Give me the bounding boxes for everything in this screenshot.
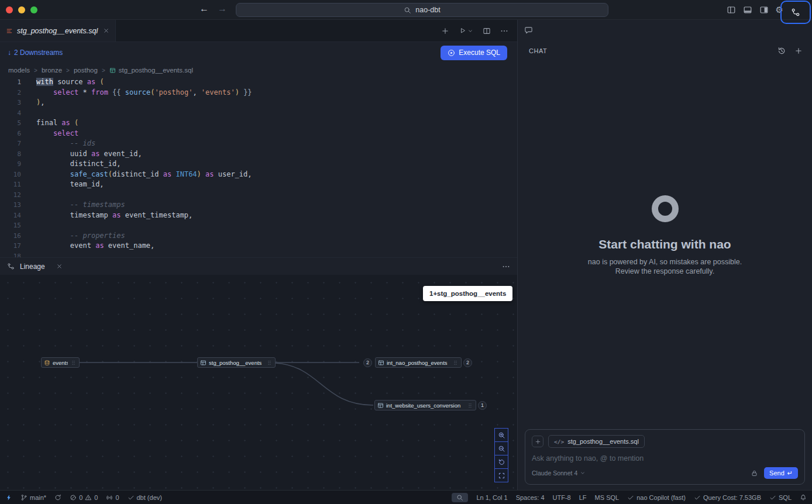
code-editor[interactable]: 1with source as (2 select * from {{ sour… [0, 77, 517, 257]
drag-handle-icon[interactable] [467, 402, 473, 409]
status-problems[interactable]: 00 [70, 494, 98, 501]
chat-input[interactable]: Ask anything to nao, @ to mention [532, 454, 798, 462]
model-file-icon [109, 67, 116, 74]
drag-handle-icon[interactable] [266, 360, 273, 366]
count-badge-int-nao-posthog-events-left[interactable]: 2 [363, 358, 372, 367]
toggle-secondary-sidebar-icon[interactable] [759, 5, 769, 15]
toggle-panel-icon[interactable] [743, 5, 752, 15]
window-zoom-button[interactable] [30, 6, 37, 13]
zoom-out-button[interactable] [494, 441, 508, 455]
count-badge-int-website-users-conversion-right[interactable]: 1 [478, 401, 487, 410]
status-encoding[interactable]: UTF-8 [553, 494, 571, 501]
reset-zoom-button[interactable] [494, 455, 508, 469]
editor-more-actions-icon[interactable] [500, 27, 508, 35]
run-query-icon[interactable] [459, 27, 473, 34]
status-git-branch[interactable]: main* [20, 494, 46, 501]
zoom-in-button[interactable] [494, 428, 508, 442]
status-eol[interactable]: LF [579, 494, 587, 501]
line-number: 13 [0, 200, 21, 210]
code-line: 10 safe_cast(distinct_id as INT64) as us… [0, 170, 517, 180]
status-notifications[interactable] [800, 494, 807, 501]
lineage-more-actions-icon[interactable] [502, 263, 510, 271]
new-tab-icon[interactable] [441, 27, 449, 35]
return-key-icon: ↵ [787, 470, 793, 477]
status-remote[interactable] [5, 494, 12, 501]
breadcrumb-item-bronze[interactable]: bronze [42, 67, 62, 74]
status-nao-copilot-label: nao Copilot (fast) [636, 494, 686, 501]
new-chat-icon[interactable] [794, 47, 803, 55]
toggle-primary-sidebar-icon[interactable] [727, 5, 736, 15]
code-line: 2 select * from {{ source('posthog', 'ev… [0, 88, 517, 98]
execute-sql-button[interactable]: Execute SQL [441, 46, 507, 60]
lineage-toggle-highlight[interactable] [780, 1, 811, 24]
chat-input-box[interactable]: </> stg_posthog__events.sql Ask anything… [525, 429, 805, 485]
status-cursor-position[interactable]: Ln 1, Col 1 [476, 494, 507, 501]
chat-bubble-icon[interactable] [524, 26, 533, 34]
context-chip[interactable]: </> stg_posthog__events.sql [548, 435, 645, 448]
code-line: 18 [0, 251, 517, 258]
status-git-branch-label: main* [30, 494, 46, 501]
status-language-mode[interactable]: MS SQL [595, 494, 620, 501]
lineage-canvas[interactable]: eventsstg_posthog__eventsint_nao_posthog… [0, 275, 517, 490]
line-number: 1 [0, 77, 21, 88]
send-button[interactable]: Send ↵ [764, 467, 798, 479]
drag-handle-icon[interactable] [70, 360, 77, 366]
table-icon [200, 360, 207, 366]
titlebar-actions: ⚙ [727, 5, 783, 15]
lineage-node-events[interactable]: events [41, 357, 80, 368]
history-back-button[interactable]: ← [199, 4, 209, 14]
fit-view-button[interactable] [494, 468, 508, 482]
tab-close-icon[interactable] [103, 27, 109, 34]
lineage-close-icon[interactable] [56, 263, 63, 270]
status-indentation[interactable]: Spaces: 4 [516, 494, 545, 501]
count-badge-int-nao-posthog-events-right[interactable]: 2 [463, 358, 472, 367]
history-forward-button[interactable]: → [218, 4, 227, 14]
chat-tab-label[interactable]: CHAT [529, 47, 547, 54]
dbt-file-icon [6, 27, 13, 34]
code-line: 15 [0, 220, 517, 231]
command-center-search[interactable]: nao-dbt [236, 3, 608, 17]
window-close-button[interactable] [6, 6, 13, 13]
window-minimize-button[interactable] [18, 6, 25, 13]
add-context-button[interactable] [532, 436, 543, 447]
lineage-panel-title: Lineage [20, 263, 45, 271]
line-text: final as ( [21, 118, 78, 129]
breadcrumb-item-models[interactable]: models [8, 67, 30, 74]
status-dbt-env[interactable]: dbt (dev) [128, 494, 162, 501]
status-sql[interactable]: SQL [769, 494, 792, 501]
window-controls [6, 6, 37, 13]
status-nao-copilot[interactable]: nao Copilot (fast) [627, 494, 686, 501]
breadcrumb-item-file[interactable]: stg_posthog__events.sql [109, 67, 193, 74]
line-number: 15 [0, 220, 21, 231]
downstreams-link[interactable]: ↓ 2 Downstreams [8, 49, 63, 57]
status-problems-label: 0 [94, 494, 98, 501]
statusbar: main*000dbt (dev) Ln 1, Col 1Spaces: 4UT… [0, 490, 812, 504]
tab-stg-posthog-events[interactable]: stg_posthog__events.sql [0, 20, 116, 42]
lock-icon[interactable] [751, 470, 758, 477]
split-editor-icon[interactable] [483, 27, 491, 35]
chat-header-actions [777, 47, 803, 55]
play-circle-icon [448, 49, 455, 57]
db-icon [44, 360, 50, 366]
chat-history-icon[interactable] [777, 47, 786, 55]
status-ports[interactable]: 0 [106, 494, 119, 501]
status-search[interactable] [452, 493, 468, 502]
breadcrumb-item-posthog[interactable]: posthog [74, 67, 98, 74]
lineage-node-int-nao-posthog-events[interactable]: int_nao_posthog_events [375, 357, 462, 368]
chat-heading: Start chatting with nao [598, 237, 731, 251]
status-sync[interactable] [54, 494, 61, 501]
model-selector[interactable]: Claude Sonnet 4 [532, 470, 586, 477]
chat-body: Start chatting with nao nao is powered b… [518, 60, 812, 429]
drag-handle-icon[interactable] [452, 360, 459, 366]
code-line: 1with source as ( [0, 77, 517, 88]
line-text [21, 190, 36, 201]
breadcrumb: models > bronze > posthog > stg_posthog_… [0, 63, 517, 77]
line-number: 18 [0, 251, 21, 258]
line-number: 6 [0, 129, 21, 139]
line-text: timestamp as event_timestamp, [21, 210, 192, 221]
lineage-node-int-website-users-conversion[interactable]: int_website_users_conversion [374, 400, 476, 410]
status-query-cost[interactable]: Query Cost: 7.53GB [694, 494, 761, 501]
lineage-node-stg-posthog-events[interactable]: stg_posthog__events [197, 357, 276, 368]
lineage-nodes-layer: eventsstg_posthog__eventsint_nao_posthog… [0, 275, 517, 490]
downstream-arrow-icon: ↓ [8, 49, 11, 57]
